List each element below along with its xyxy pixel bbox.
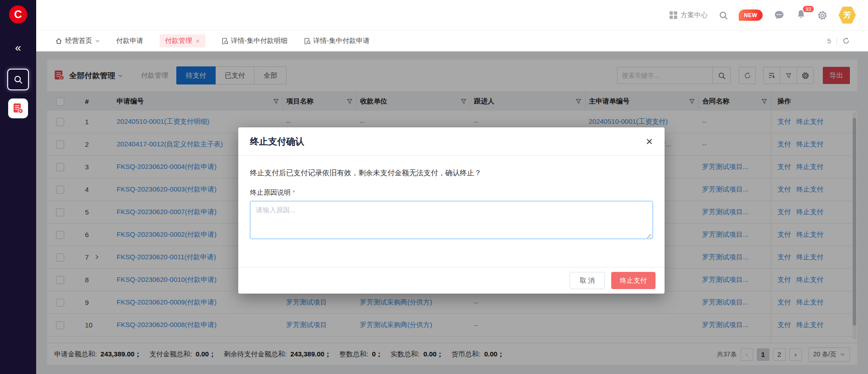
reason-label-text: 终止原因说明: [250, 188, 291, 196]
solution-center-link[interactable]: 方案中心: [670, 11, 708, 19]
close-tab-icon[interactable]: ×: [196, 37, 200, 45]
tab-label: 经营首页: [65, 37, 92, 45]
confirm-message: 终止支付后已支付记录依旧有效，剩余未支付金额无法支付，确认终止？: [250, 168, 653, 178]
dialog-header: 终止支付确认 ×: [238, 127, 665, 156]
divider: [836, 37, 837, 45]
dialog-body: 终止支付后已支付记录依旧有效，剩余未支付金额无法支付，确认终止？ 终止原因说明*: [238, 156, 665, 241]
notifications-button[interactable]: 93: [796, 9, 807, 22]
tab-item-1[interactable]: 付款申请: [116, 37, 143, 45]
tab-label: 付款管理: [165, 37, 192, 45]
chevron-down-icon: [95, 38, 100, 43]
dialog-title: 终止支付确认: [250, 136, 304, 148]
tab-item-2[interactable]: 付款管理×: [160, 34, 205, 47]
reason-textarea[interactable]: [250, 201, 653, 239]
new-feature-badge[interactable]: NEW: [739, 9, 763, 21]
cancel-button[interactable]: 取 消: [570, 272, 605, 289]
message-icon[interactable]: [774, 9, 785, 21]
sidebar: C « ¥: [0, 0, 36, 374]
payment-doc-icon: ¥: [12, 102, 24, 115]
document-search-icon: [222, 37, 228, 45]
top-header: 方案中心 NEW 93 芳: [36, 0, 868, 31]
required-mark: *: [292, 188, 295, 196]
tab-item-3[interactable]: 详情-集中付款明细: [222, 37, 288, 45]
sidebar-payment-module-icon[interactable]: ¥: [8, 98, 28, 118]
avatar[interactable]: 芳: [838, 6, 856, 24]
sidebar-search-tool[interactable]: [7, 69, 29, 90]
reason-field-label: 终止原因说明*: [250, 188, 653, 197]
tab-count: 5: [827, 37, 831, 45]
solution-center-label: 方案中心: [681, 11, 708, 19]
svg-text:¥: ¥: [19, 109, 22, 113]
sidebar-collapse-button[interactable]: «: [15, 42, 21, 53]
search-icon[interactable]: [719, 11, 728, 20]
terminate-payment-dialog: 终止支付确认 × 终止支付后已支付记录依旧有效，剩余未支付金额无法支付，确认终止…: [238, 127, 665, 294]
home-icon: [55, 37, 62, 45]
tab-label: 详情-集中付款申请: [313, 37, 370, 45]
search-icon: [14, 75, 23, 84]
tab-label: 详情-集中付款明细: [231, 37, 288, 45]
dialog-footer: 取 消 终止支付: [238, 267, 665, 294]
gear-icon[interactable]: [817, 10, 827, 20]
app-logo[interactable]: C: [9, 5, 27, 23]
terminate-payment-button[interactable]: 终止支付: [611, 272, 656, 289]
grid-icon: [670, 11, 677, 19]
breadcrumb-tab-bar: 经营首页付款申请付款管理×详情-集中付款明细详情-集中付款申请 5: [36, 31, 868, 51]
close-icon[interactable]: ×: [646, 136, 653, 147]
tab-label: 付款申请: [116, 37, 143, 45]
refresh-icon[interactable]: [842, 37, 850, 45]
tab-item-0[interactable]: 经营首页: [55, 37, 100, 45]
tab-item-4[interactable]: 详情-集中付款申请: [304, 37, 370, 45]
logo-letter: C: [14, 8, 22, 21]
document-search-icon: [304, 37, 311, 45]
notification-count-badge: 93: [802, 5, 815, 13]
